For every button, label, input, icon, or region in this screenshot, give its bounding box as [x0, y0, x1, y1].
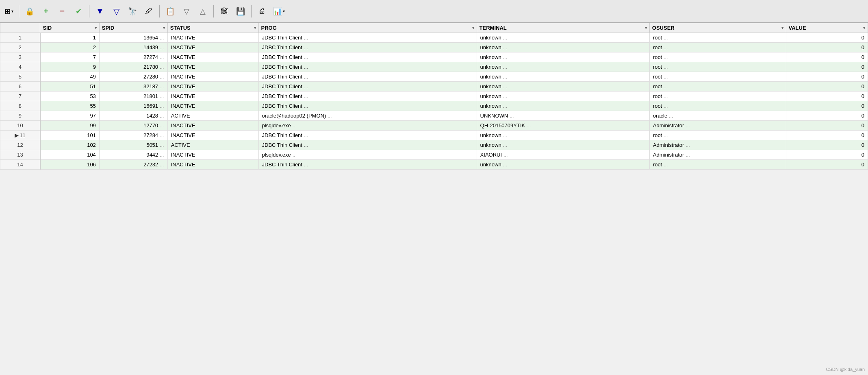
table-row[interactable]: ▶1110127284 …INACTIVEJDBC Thin Client …u… [0, 131, 868, 140]
print-button[interactable]: 🖨 [255, 4, 269, 19]
eraser-button[interactable]: 🖊 [141, 4, 156, 19]
prog-expand[interactable]: … [304, 45, 308, 50]
sid-sort: ▾ [95, 26, 97, 30]
binoculars-button[interactable]: 🔭 [125, 4, 140, 19]
spid-expand[interactable]: … [160, 84, 164, 89]
osuser-expand[interactable]: … [686, 153, 690, 157]
table-row[interactable]: 109912770 …INACTIVEplsqldev.exe …QH-2015… [0, 121, 868, 131]
spid-expand[interactable]: … [160, 104, 164, 109]
status-cell: INACTIVE [167, 33, 258, 43]
terminal-expand[interactable]: … [503, 153, 508, 157]
terminal-expand[interactable]: … [503, 133, 507, 138]
spid-expand[interactable]: … [160, 162, 164, 167]
table-row[interactable]: 75321801 …INACTIVEJDBC Thin Client …unkn… [0, 92, 868, 101]
osuser-expand[interactable]: … [664, 133, 668, 138]
osuser-expand[interactable]: … [686, 143, 690, 148]
prog-expand[interactable]: … [304, 84, 308, 89]
spid-expand[interactable]: … [160, 74, 164, 79]
terminal-expand[interactable]: … [503, 162, 507, 167]
spid-expand[interactable]: … [160, 133, 164, 138]
spid-expand[interactable]: … [160, 35, 164, 40]
check-button[interactable]: ✔ [71, 4, 86, 19]
lock-button[interactable]: 🔒 [22, 4, 37, 19]
terminal-expand[interactable]: … [503, 65, 507, 70]
arrow-down-button[interactable]: ▽ [179, 4, 194, 19]
prog-expand[interactable]: … [328, 113, 332, 118]
table-row[interactable]: 85516691 …INACTIVEJDBC Thin Client …unkn… [0, 101, 868, 111]
table-row[interactable]: 65132187 …INACTIVEJDBC Thin Client …unkn… [0, 82, 868, 92]
terminal-expand[interactable]: … [503, 104, 507, 109]
osuser-expand[interactable]: … [664, 35, 668, 40]
osuser-expand[interactable]: … [664, 162, 668, 167]
terminal-expand[interactable]: … [503, 94, 507, 99]
terminal-expand[interactable]: … [503, 55, 507, 60]
col-header-osuser[interactable]: OSUSER ▾ [649, 23, 786, 33]
terminal-sort: ▾ [645, 26, 647, 30]
osuser-expand[interactable]: … [664, 94, 668, 99]
save-button[interactable]: 💾 [233, 4, 248, 19]
prog-expand[interactable]: … [304, 35, 308, 40]
spid-expand[interactable]: … [160, 45, 164, 50]
prog-expand[interactable]: … [304, 94, 308, 99]
prog-expand[interactable]: … [304, 55, 308, 60]
table-row[interactable]: 1410627232 …INACTIVEJDBC Thin Client …un… [0, 160, 868, 170]
osuser-expand[interactable]: … [664, 74, 668, 79]
filter-clear-button[interactable]: ▽ [109, 4, 124, 19]
prog-expand[interactable]: … [292, 153, 297, 157]
terminal-expand[interactable]: … [503, 35, 507, 40]
terminal-expand[interactable]: … [503, 45, 507, 50]
copy-button[interactable]: 📋 [163, 4, 178, 19]
osuser-expand[interactable]: … [664, 45, 668, 50]
filter-down-button[interactable]: ▼ [93, 4, 107, 19]
spid-cell: 21801 … [99, 92, 167, 101]
spid-expand[interactable]: … [160, 113, 164, 118]
col-header-spid[interactable]: SPID ▾ [99, 23, 167, 33]
table-row[interactable]: 9971428 …ACTIVEoracle@hadoop02 (PMON) …U… [0, 111, 868, 121]
table-row[interactable]: 54927280 …INACTIVEJDBC Thin Client …unkn… [0, 72, 868, 82]
chart-dropdown-button[interactable]: 📊 ▾ [271, 4, 287, 19]
eraser-icon: 🖊 [145, 7, 152, 15]
spid-expand[interactable]: … [160, 65, 164, 70]
osuser-expand[interactable]: … [664, 65, 668, 70]
sid-cell: 102 [40, 140, 99, 150]
terminal-expand[interactable]: … [527, 123, 531, 128]
osuser-expand[interactable]: … [686, 123, 690, 128]
col-header-value[interactable]: VALUE ▾ [786, 23, 868, 33]
table-row[interactable]: 3727274 …INACTIVEJDBC Thin Client …unkno… [0, 52, 868, 62]
osuser-expand[interactable]: … [664, 55, 668, 60]
spid-expand[interactable]: … [160, 55, 164, 60]
table-row[interactable]: 1113654 …INACTIVEJDBC Thin Client …unkno… [0, 33, 868, 43]
col-header-status[interactable]: STATUS ▾ [167, 23, 258, 33]
prog-expand[interactable]: … [292, 123, 297, 128]
remove-button[interactable]: − [55, 4, 69, 19]
table-row[interactable]: 131049442 …INACTIVEplsqldev.exe …XIAORUI… [0, 150, 868, 160]
terminal-expand[interactable]: … [503, 74, 507, 79]
terminal-expand[interactable]: … [503, 84, 507, 89]
osuser-expand[interactable]: … [669, 113, 673, 118]
terminal-expand[interactable]: … [503, 143, 507, 148]
add-button[interactable]: + [39, 4, 53, 19]
spid-expand[interactable]: … [160, 94, 164, 99]
col-header-sid[interactable]: SID ▾ [40, 23, 99, 33]
grid-dropdown-button[interactable]: ⊞ ▾ [2, 4, 15, 19]
osuser-expand[interactable]: … [664, 84, 668, 89]
prog-expand[interactable]: … [304, 133, 308, 138]
col-header-terminal[interactable]: TERMINAL ▾ [477, 23, 649, 33]
terminal-expand[interactable]: … [510, 113, 514, 118]
arrow-up-button[interactable]: △ [195, 4, 210, 19]
network-button[interactable]: 🕸 [217, 4, 232, 19]
prog-expand[interactable]: … [304, 74, 308, 79]
osuser-expand[interactable]: … [664, 104, 668, 109]
table-row[interactable]: 2214439 …INACTIVEJDBC Thin Client …unkno… [0, 43, 868, 52]
prog-expand[interactable]: … [304, 143, 308, 148]
spid-expand[interactable]: … [160, 153, 164, 157]
spid-expand[interactable]: … [160, 143, 164, 148]
table-row[interactable]: 4921780 …INACTIVEJDBC Thin Client …unkno… [0, 62, 868, 72]
prog-expand[interactable]: … [304, 162, 308, 167]
col-header-prog[interactable]: PROG ▾ [258, 23, 477, 33]
spid-expand[interactable]: … [160, 123, 164, 128]
prog-expand[interactable]: … [304, 65, 308, 70]
status-cell: INACTIVE [167, 121, 258, 131]
prog-expand[interactable]: … [304, 104, 308, 109]
table-row[interactable]: 121025051 …ACTIVEJDBC Thin Client …unkno… [0, 140, 868, 150]
